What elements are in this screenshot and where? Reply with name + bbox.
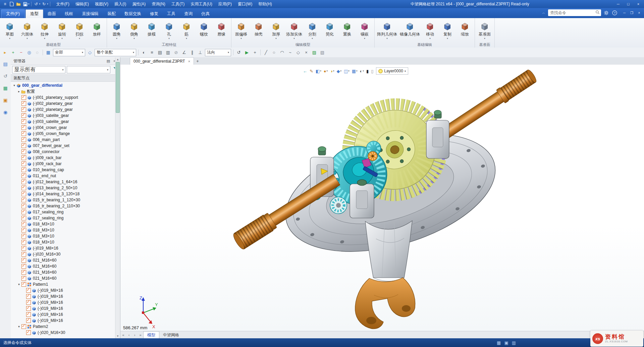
align-top-icon[interactable]: ▤ <box>157 49 163 56</box>
menu-item[interactable]: 帮助(H) <box>255 0 275 8</box>
scroll-down-icon[interactable]: ▼ <box>115 335 120 338</box>
status-layout-icon[interactable]: ▥ <box>512 340 516 345</box>
visibility-checkbox[interactable]: ✓ <box>21 113 26 118</box>
tree-item[interactable]: ✓021_M16×60 <box>11 263 115 269</box>
visibility-checkbox[interactable]: ✓ <box>21 270 26 275</box>
tree-item[interactable]: ✓(-)004_crown_gear <box>11 125 115 131</box>
visibility-checkbox[interactable]: ✓ <box>21 155 26 160</box>
pick-last-icon[interactable]: ↺ <box>235 49 242 56</box>
visibility-checkbox[interactable]: ✓ <box>26 312 31 317</box>
undo-icon[interactable]: ↺ <box>33 1 39 7</box>
tool-置换[interactable]: 置换 <box>338 21 356 40</box>
search-icon[interactable] <box>595 10 600 16</box>
tool-抽壳[interactable]: 抽壳 <box>250 21 267 40</box>
tool-六面体[interactable]: 六面体▾ <box>18 21 36 40</box>
sheet-tab-模型[interactable]: 模型 <box>143 331 159 338</box>
save-dropdown-icon[interactable]: ▾ <box>28 3 30 5</box>
tree-item[interactable]: ✓018_M3×10 <box>11 221 115 227</box>
sheet-nav-icon-0[interactable]: « <box>120 333 126 337</box>
align-grid-icon[interactable]: ▥ <box>165 49 171 56</box>
tool-镶嵌[interactable]: 镶嵌▾ <box>356 21 373 40</box>
ribbon-tab-造型[interactable]: 造型 <box>25 9 43 18</box>
appearance-icon[interactable]: ◐▾ <box>359 68 365 74</box>
tree-item[interactable]: ✓(-)003_satelite_gear <box>11 119 115 125</box>
view-tab-icon[interactable]: ▣ <box>2 97 9 103</box>
render-mode-icon[interactable]: ●▾ <box>323 68 328 74</box>
visibility-checkbox[interactable]: ✓ <box>21 216 26 220</box>
new-tab-button[interactable]: + <box>194 58 201 65</box>
tool-筋[interactable]: 筋▾ <box>178 21 195 40</box>
ribbon-tab-修复[interactable]: 修复 <box>146 10 163 18</box>
bg-dark-icon[interactable]: ▮ <box>366 68 369 74</box>
tool-草图[interactable]: 草图▾ <box>1 21 18 40</box>
pick-filter-icon[interactable]: ▸ <box>2 49 8 56</box>
ribbon-tab-数据交换[interactable]: 数据交换 <box>120 10 146 18</box>
tree-item[interactable]: ✓(-)019_M8×16 <box>11 299 115 305</box>
tree-item[interactable]: ✓(-)009_rack_bar <box>11 155 115 161</box>
tool-拔模[interactable]: 拔模 <box>143 21 160 40</box>
ribbon-tab-曲面[interactable]: 曲面 <box>43 10 60 18</box>
view-orientation-icon[interactable]: ◆▾ <box>336 68 342 74</box>
visibility-checkbox[interactable]: ✓ <box>21 119 26 124</box>
tree-item[interactable]: ✓(-)002_planetary_gear <box>11 107 115 113</box>
perpendicular-snap-icon[interactable]: ⊥ <box>197 49 204 56</box>
tree-item[interactable]: ✓011_end_nut <box>11 173 115 179</box>
help-icon[interactable]: ? <box>611 9 618 16</box>
bearing-cap-front[interactable] <box>350 180 374 218</box>
tool-添加实体[interactable]: 添加实体▾ <box>285 21 304 40</box>
doc-restore-icon[interactable]: ❐ <box>628 10 635 16</box>
tool-简化[interactable]: 简化 <box>321 21 338 40</box>
expander-icon[interactable]: ▾ <box>17 325 21 328</box>
wireframe-mode-icon[interactable]: ◑▾ <box>329 68 335 74</box>
assembly-node-section[interactable]: 装配节点 <box>11 74 120 82</box>
show-hide-icon[interactable]: ◐ <box>141 49 147 56</box>
display-filter-select[interactable]: 显示所有 ▾ <box>12 66 65 73</box>
visibility-checkbox[interactable]: ✓ <box>21 107 26 112</box>
expander-icon[interactable]: ▸ <box>17 90 21 93</box>
tree-item[interactable]: ✓(-)019_M8×16 <box>11 318 115 324</box>
tool-倒角[interactable]: 倒角▾ <box>125 21 143 40</box>
sheet-nav-icon-2[interactable]: › <box>132 333 138 337</box>
new-file-icon[interactable] <box>9 1 15 7</box>
ribbon-tab-直接编辑[interactable]: 直接编辑 <box>77 10 103 18</box>
visibility-checkbox[interactable]: ✓ <box>26 300 31 305</box>
tree-item[interactable]: ✓(-)001_planetary_support <box>11 94 115 100</box>
pan-icon[interactable]: + <box>252 49 258 56</box>
tree-item[interactable]: ▸配置 <box>11 88 115 94</box>
visibility-checkbox[interactable]: ✓ <box>21 174 26 178</box>
visibility-checkbox[interactable]: ✓ <box>21 125 26 130</box>
menu-item[interactable]: 编辑(E) <box>72 0 92 8</box>
ribbon-tab-查询[interactable]: 查询 <box>180 10 197 18</box>
tree-item[interactable]: ▾✓Pattern1 <box>11 281 115 287</box>
tree-item[interactable]: ✓(-)003_satelite_gear <box>11 113 115 119</box>
maximize-icon[interactable]: □ <box>624 1 633 7</box>
visibility-checkbox[interactable]: ✓ <box>21 210 26 214</box>
tree-item[interactable]: ✓017_sealing_ring <box>11 209 115 215</box>
tree-item[interactable]: ✓(-)019_M8×16 <box>11 287 115 293</box>
tool-基准面[interactable]: 基准面▾ <box>476 21 493 40</box>
visibility-checkbox[interactable]: ✓ <box>21 101 26 106</box>
ribbon-collapse-icon[interactable]: ︿ <box>541 10 546 15</box>
visibility-checkbox[interactable]: ✓ <box>21 264 26 269</box>
layer-tab-icon[interactable]: ▦ <box>2 85 9 91</box>
pick-add-icon[interactable]: + <box>10 49 16 56</box>
search-input[interactable] <box>549 10 595 15</box>
display-mode-icon[interactable]: ◧▾ <box>315 68 322 74</box>
parallel-snap-icon[interactable]: ∥ <box>189 49 196 56</box>
visibility-checkbox[interactable]: ✓ <box>21 186 26 190</box>
visibility-checkbox[interactable]: ✓ <box>21 324 26 329</box>
menu-item[interactable]: 应用(P) <box>215 0 235 8</box>
role-tab-icon[interactable]: ◉ <box>2 109 9 116</box>
ribbon-tab-工具[interactable]: 工具 <box>163 10 180 18</box>
tree-item[interactable]: ✓018_M3×10 <box>11 227 115 233</box>
search-node-select[interactable]: ▾ <box>67 66 110 73</box>
tree-item[interactable]: ✓007_bevel_gear_set <box>11 143 115 149</box>
visibility-checkbox[interactable]: ✓ <box>21 258 26 263</box>
manager-tab-icon[interactable]: ▤ <box>2 61 9 67</box>
visibility-checkbox[interactable]: ✓ <box>21 167 26 172</box>
measure-tool-icon[interactable]: ▧ <box>319 49 326 56</box>
tree-item[interactable]: ✓006_main_part <box>11 137 115 143</box>
curve-tool-icon[interactable]: ~ <box>287 49 293 56</box>
status-grid-icon[interactable]: ▦ <box>497 340 501 345</box>
visibility-checkbox[interactable]: ✓ <box>26 330 31 335</box>
